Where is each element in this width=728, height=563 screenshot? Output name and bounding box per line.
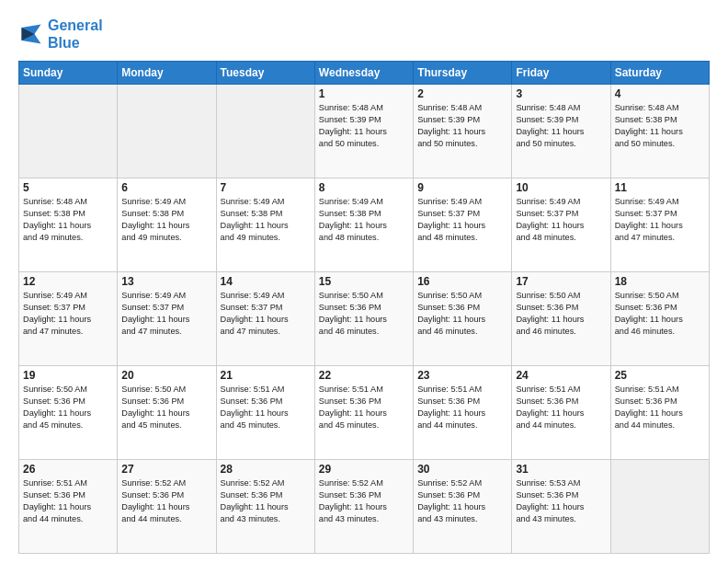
weekday-header-cell: Monday	[118, 62, 216, 85]
day-info: Sunrise: 5:50 AM Sunset: 5:36 PM Dayligh…	[121, 384, 211, 431]
calendar-week-row: 26Sunrise: 5:51 AM Sunset: 5:36 PM Dayli…	[19, 460, 710, 554]
day-number: 5	[23, 181, 113, 194]
calendar-cell: 3Sunrise: 5:48 AM Sunset: 5:39 PM Daylig…	[512, 85, 610, 178]
calendar-body: 1Sunrise: 5:48 AM Sunset: 5:39 PM Daylig…	[19, 85, 710, 554]
weekday-header-cell: Thursday	[414, 62, 512, 85]
calendar-week-row: 12Sunrise: 5:49 AM Sunset: 5:37 PM Dayli…	[19, 272, 710, 366]
day-number: 7	[221, 181, 311, 194]
day-number: 28	[221, 463, 311, 476]
calendar-cell	[610, 460, 709, 554]
day-number: 31	[516, 463, 606, 476]
day-number: 11	[615, 181, 705, 194]
day-number: 18	[615, 275, 705, 288]
calendar-cell: 1Sunrise: 5:48 AM Sunset: 5:39 PM Daylig…	[314, 85, 413, 178]
day-number: 9	[417, 181, 507, 194]
day-number: 1	[319, 87, 409, 100]
calendar-cell	[216, 85, 314, 178]
calendar-cell: 14Sunrise: 5:49 AM Sunset: 5:37 PM Dayli…	[216, 272, 314, 366]
calendar-cell: 20Sunrise: 5:50 AM Sunset: 5:36 PM Dayli…	[118, 366, 216, 460]
day-info: Sunrise: 5:51 AM Sunset: 5:36 PM Dayligh…	[615, 384, 705, 431]
day-number: 24	[516, 369, 606, 382]
day-number: 3	[516, 87, 606, 100]
day-info: Sunrise: 5:51 AM Sunset: 5:36 PM Dayligh…	[23, 477, 113, 525]
day-info: Sunrise: 5:49 AM Sunset: 5:37 PM Dayligh…	[417, 196, 507, 244]
weekday-header-row: SundayMondayTuesdayWednesdayThursdayFrid…	[19, 62, 710, 85]
day-number: 27	[121, 463, 211, 476]
day-number: 26	[23, 463, 113, 476]
day-info: Sunrise: 5:49 AM Sunset: 5:37 PM Dayligh…	[615, 196, 705, 244]
day-number: 13	[121, 275, 211, 288]
day-info: Sunrise: 5:49 AM Sunset: 5:38 PM Dayligh…	[121, 196, 211, 244]
weekday-header-cell: Wednesday	[314, 62, 413, 85]
day-number: 17	[516, 275, 606, 288]
header: General Blue	[18, 17, 710, 52]
calendar-cell: 4Sunrise: 5:48 AM Sunset: 5:38 PM Daylig…	[610, 85, 709, 178]
calendar-cell: 25Sunrise: 5:51 AM Sunset: 5:36 PM Dayli…	[610, 366, 709, 460]
logo-text: General Blue	[48, 17, 103, 52]
day-number: 2	[417, 87, 507, 100]
day-number: 20	[121, 369, 211, 382]
calendar-cell: 10Sunrise: 5:49 AM Sunset: 5:37 PM Dayli…	[512, 178, 610, 272]
day-number: 25	[615, 369, 705, 382]
day-number: 19	[23, 369, 113, 382]
calendar-cell: 28Sunrise: 5:52 AM Sunset: 5:36 PM Dayli…	[216, 460, 314, 554]
calendar-cell: 6Sunrise: 5:49 AM Sunset: 5:38 PM Daylig…	[118, 178, 216, 272]
day-info: Sunrise: 5:48 AM Sunset: 5:39 PM Dayligh…	[319, 102, 409, 150]
day-info: Sunrise: 5:50 AM Sunset: 5:36 PM Dayligh…	[615, 290, 705, 338]
day-info: Sunrise: 5:49 AM Sunset: 5:38 PM Dayligh…	[319, 196, 409, 244]
calendar-cell: 30Sunrise: 5:52 AM Sunset: 5:36 PM Dayli…	[414, 460, 512, 554]
calendar-cell: 15Sunrise: 5:50 AM Sunset: 5:36 PM Dayli…	[314, 272, 413, 366]
calendar-cell	[118, 85, 216, 178]
day-info: Sunrise: 5:48 AM Sunset: 5:39 PM Dayligh…	[516, 102, 606, 150]
day-number: 10	[516, 181, 606, 194]
calendar-week-row: 1Sunrise: 5:48 AM Sunset: 5:39 PM Daylig…	[19, 85, 710, 178]
day-info: Sunrise: 5:50 AM Sunset: 5:36 PM Dayligh…	[319, 290, 409, 338]
day-number: 6	[121, 181, 211, 194]
calendar-cell: 29Sunrise: 5:52 AM Sunset: 5:36 PM Dayli…	[314, 460, 413, 554]
calendar-cell: 18Sunrise: 5:50 AM Sunset: 5:36 PM Dayli…	[610, 272, 709, 366]
day-info: Sunrise: 5:51 AM Sunset: 5:36 PM Dayligh…	[221, 384, 311, 431]
day-info: Sunrise: 5:51 AM Sunset: 5:36 PM Dayligh…	[417, 384, 507, 431]
calendar-cell: 13Sunrise: 5:49 AM Sunset: 5:37 PM Dayli…	[118, 272, 216, 366]
day-info: Sunrise: 5:52 AM Sunset: 5:36 PM Dayligh…	[221, 477, 311, 525]
day-info: Sunrise: 5:51 AM Sunset: 5:36 PM Dayligh…	[319, 384, 409, 431]
day-info: Sunrise: 5:49 AM Sunset: 5:37 PM Dayligh…	[516, 196, 606, 244]
day-info: Sunrise: 5:48 AM Sunset: 5:38 PM Dayligh…	[615, 102, 705, 150]
day-info: Sunrise: 5:50 AM Sunset: 5:36 PM Dayligh…	[516, 290, 606, 338]
calendar-cell	[19, 85, 118, 178]
calendar-cell: 27Sunrise: 5:52 AM Sunset: 5:36 PM Dayli…	[118, 460, 216, 554]
day-number: 21	[221, 369, 311, 382]
calendar-table: SundayMondayTuesdayWednesdayThursdayFrid…	[18, 61, 710, 554]
calendar-cell: 11Sunrise: 5:49 AM Sunset: 5:37 PM Dayli…	[610, 178, 709, 272]
calendar-week-row: 5Sunrise: 5:48 AM Sunset: 5:38 PM Daylig…	[19, 178, 710, 272]
day-number: 22	[319, 369, 409, 382]
calendar-week-row: 19Sunrise: 5:50 AM Sunset: 5:36 PM Dayli…	[19, 366, 710, 460]
calendar-cell: 24Sunrise: 5:51 AM Sunset: 5:36 PM Dayli…	[512, 366, 610, 460]
day-info: Sunrise: 5:48 AM Sunset: 5:38 PM Dayligh…	[23, 196, 113, 244]
weekday-header-cell: Friday	[512, 62, 610, 85]
day-info: Sunrise: 5:48 AM Sunset: 5:39 PM Dayligh…	[417, 102, 507, 150]
calendar-cell: 5Sunrise: 5:48 AM Sunset: 5:38 PM Daylig…	[19, 178, 118, 272]
calendar-cell: 17Sunrise: 5:50 AM Sunset: 5:36 PM Dayli…	[512, 272, 610, 366]
calendar-cell: 31Sunrise: 5:53 AM Sunset: 5:36 PM Dayli…	[512, 460, 610, 554]
day-info: Sunrise: 5:51 AM Sunset: 5:36 PM Dayligh…	[516, 384, 606, 431]
calendar-cell: 22Sunrise: 5:51 AM Sunset: 5:36 PM Dayli…	[314, 366, 413, 460]
day-info: Sunrise: 5:49 AM Sunset: 5:37 PM Dayligh…	[23, 290, 113, 338]
weekday-header-cell: Saturday	[610, 62, 709, 85]
day-info: Sunrise: 5:50 AM Sunset: 5:36 PM Dayligh…	[417, 290, 507, 338]
day-info: Sunrise: 5:52 AM Sunset: 5:36 PM Dayligh…	[121, 477, 211, 525]
day-info: Sunrise: 5:49 AM Sunset: 5:38 PM Dayligh…	[221, 196, 311, 244]
page: General Blue SundayMondayTuesdayWednesda…	[0, 0, 728, 563]
day-number: 4	[615, 87, 705, 100]
day-info: Sunrise: 5:49 AM Sunset: 5:37 PM Dayligh…	[121, 290, 211, 338]
day-number: 23	[417, 369, 507, 382]
day-number: 12	[23, 275, 113, 288]
calendar-cell: 8Sunrise: 5:49 AM Sunset: 5:38 PM Daylig…	[314, 178, 413, 272]
weekday-header-cell: Tuesday	[216, 62, 314, 85]
day-number: 8	[319, 181, 409, 194]
calendar-cell: 2Sunrise: 5:48 AM Sunset: 5:39 PM Daylig…	[414, 85, 512, 178]
day-info: Sunrise: 5:52 AM Sunset: 5:36 PM Dayligh…	[417, 477, 507, 525]
day-number: 30	[417, 463, 507, 476]
day-info: Sunrise: 5:50 AM Sunset: 5:36 PM Dayligh…	[23, 384, 113, 431]
calendar-cell: 9Sunrise: 5:49 AM Sunset: 5:37 PM Daylig…	[414, 178, 512, 272]
